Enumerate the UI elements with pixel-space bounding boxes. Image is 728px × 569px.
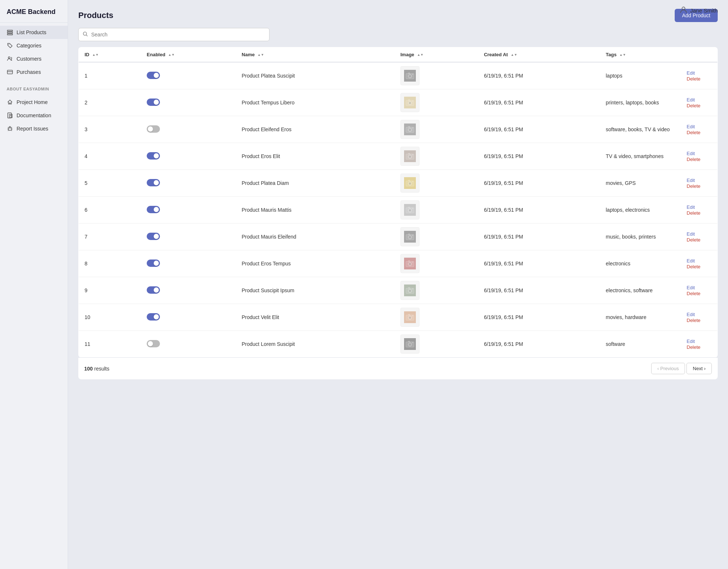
toggle-switch[interactable]	[147, 206, 160, 213]
sidebar-item-list-products[interactable]: List Products	[0, 26, 68, 39]
delete-link[interactable]: Delete	[687, 157, 701, 162]
toggle-switch[interactable]	[147, 179, 160, 186]
col-enabled[interactable]: Enabled ▲▼	[141, 47, 236, 62]
toggle-thumb	[154, 100, 159, 105]
cell-enabled[interactable]	[141, 143, 236, 170]
delete-link[interactable]: Delete	[687, 130, 701, 135]
cell-enabled[interactable]	[141, 331, 236, 358]
toggle-track[interactable]	[147, 179, 160, 186]
cell-enabled[interactable]	[141, 62, 236, 89]
user-name: Jane Smith	[690, 7, 718, 14]
toggle-track[interactable]	[147, 206, 160, 213]
cell-image	[395, 197, 478, 223]
toggle-switch[interactable]	[147, 99, 160, 106]
delete-link[interactable]: Delete	[687, 103, 701, 108]
cell-tags: movies, GPS	[600, 170, 681, 197]
delete-link[interactable]: Delete	[687, 210, 701, 216]
toggle-switch[interactable]	[147, 313, 160, 321]
toggle-switch[interactable]	[147, 125, 160, 133]
col-tags[interactable]: Tags ▲▼	[600, 47, 681, 62]
edit-link[interactable]: Edit	[687, 339, 695, 344]
svg-rect-35	[408, 126, 410, 127]
sidebar-item-customers[interactable]: Customers	[0, 52, 68, 65]
svg-point-46	[409, 182, 411, 185]
table-row: 6 Product Mauris Mattis 6/19/19, 6:51 PM…	[79, 197, 718, 223]
cell-enabled[interactable]	[141, 170, 236, 197]
toggle-switch[interactable]	[147, 260, 160, 267]
search-input[interactable]	[78, 28, 270, 41]
edit-link[interactable]: Edit	[687, 70, 695, 76]
toggle-switch[interactable]	[147, 72, 160, 79]
delete-link[interactable]: Delete	[687, 183, 701, 189]
cell-enabled[interactable]	[141, 89, 236, 116]
toggle-track[interactable]	[147, 260, 160, 267]
edit-link[interactable]: Edit	[687, 231, 695, 237]
svg-point-36	[412, 128, 413, 128]
cell-enabled[interactable]	[141, 197, 236, 223]
toggle-track[interactable]	[147, 99, 160, 106]
toggle-switch[interactable]	[147, 152, 160, 160]
products-table: ID ▲▼ Enabled ▲▼ Name ▲▼ Image ▲▼	[78, 47, 718, 358]
cell-image	[395, 331, 478, 358]
cell-enabled[interactable]	[141, 250, 236, 277]
edit-link[interactable]: Edit	[687, 312, 695, 317]
edit-link[interactable]: Edit	[687, 258, 695, 264]
delete-link[interactable]: Delete	[687, 264, 701, 269]
sidebar-item-purchases[interactable]: Purchases	[0, 65, 68, 79]
sidebar-item-report-issues[interactable]: Report Issues	[0, 122, 68, 135]
cell-actions: Edit Delete	[681, 62, 718, 89]
toggle-switch[interactable]	[147, 340, 160, 347]
edit-link[interactable]: Edit	[687, 124, 695, 129]
app-title: ACME Backend	[0, 0, 68, 23]
svg-point-84	[412, 342, 413, 343]
cell-id: 8	[79, 250, 141, 277]
cell-enabled[interactable]	[141, 277, 236, 304]
cell-actions: Edit Delete	[681, 116, 718, 143]
cell-tags: electronics	[600, 250, 681, 277]
edit-link[interactable]: Edit	[687, 151, 695, 156]
toggle-track[interactable]	[147, 313, 160, 321]
prev-button[interactable]: ‹ Previous	[651, 363, 685, 374]
toggle-switch[interactable]	[147, 286, 160, 294]
cell-created-at: 6/19/19, 6:51 PM	[478, 223, 600, 250]
edit-link[interactable]: Edit	[687, 178, 695, 183]
delete-link[interactable]: Delete	[687, 318, 701, 323]
toggle-track[interactable]	[147, 286, 160, 294]
cell-image	[395, 143, 478, 170]
col-id[interactable]: ID ▲▼	[79, 47, 141, 62]
next-button[interactable]: Next ›	[686, 363, 712, 374]
toggle-track[interactable]	[147, 72, 160, 79]
svg-point-28	[409, 102, 411, 104]
delete-link[interactable]: Delete	[687, 76, 701, 82]
svg-rect-47	[408, 180, 410, 181]
svg-point-60	[412, 235, 413, 236]
toggle-track[interactable]	[147, 125, 160, 133]
cell-actions: Edit Delete	[681, 223, 718, 250]
edit-link[interactable]: Edit	[687, 285, 695, 290]
sidebar-item-project-home[interactable]: Project Home	[0, 96, 68, 109]
delete-link[interactable]: Delete	[687, 291, 701, 296]
toggle-track[interactable]	[147, 233, 160, 240]
edit-link[interactable]: Edit	[687, 97, 695, 103]
cell-name: Product Tempus Libero	[236, 89, 395, 116]
delete-link[interactable]: Delete	[687, 237, 701, 243]
cell-enabled[interactable]	[141, 223, 236, 250]
cell-enabled[interactable]	[141, 304, 236, 331]
sidebar-item-categories[interactable]: Categories	[0, 39, 68, 52]
col-image[interactable]: Image ▲▼	[395, 47, 478, 62]
delete-link[interactable]: Delete	[687, 344, 701, 350]
sidebar-item-documentation[interactable]: Documentation	[0, 109, 68, 122]
results-number: 100	[84, 366, 93, 372]
toggle-track[interactable]	[147, 152, 160, 160]
cell-enabled[interactable]	[141, 116, 236, 143]
table-row: 11 Product Lorem Suscipit 6/19/19, 6:51 …	[79, 331, 718, 358]
col-name[interactable]: Name ▲▼	[236, 47, 395, 62]
svg-point-76	[409, 316, 411, 319]
cell-name: Product Eros Elit	[236, 143, 395, 170]
sidebar-label-report-issues: Report Issues	[17, 126, 48, 132]
svg-point-40	[409, 155, 411, 158]
edit-link[interactable]: Edit	[687, 204, 695, 210]
toggle-switch[interactable]	[147, 233, 160, 240]
toggle-track[interactable]	[147, 340, 160, 347]
col-created-at[interactable]: Created At ▲▼	[478, 47, 600, 62]
